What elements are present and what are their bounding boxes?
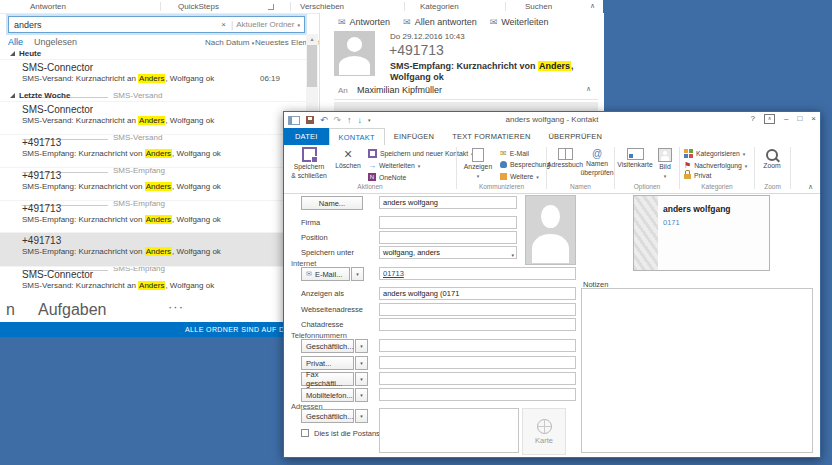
postanschrift-checkbox[interactable] bbox=[301, 429, 309, 437]
email-button[interactable]: ✉ E-Mail bbox=[500, 149, 529, 158]
tab-einfuegen[interactable]: EINFÜGEN bbox=[385, 128, 443, 145]
tel-fax-input[interactable] bbox=[379, 372, 576, 385]
tel-geschaeftlich-button[interactable]: Geschäftlich... bbox=[301, 339, 354, 353]
dropdown-arrow-icon[interactable]: ▾ bbox=[511, 250, 514, 260]
ribbon-display-options-icon[interactable]: ∧ bbox=[764, 114, 775, 124]
item-sender: SMS-Connector bbox=[22, 104, 306, 116]
group-header-today[interactable]: Heute bbox=[10, 49, 41, 58]
close-button[interactable]: × bbox=[811, 114, 816, 124]
search-input[interactable]: anders bbox=[9, 20, 216, 30]
search-scope-dropdown[interactable]: Aktueller Ordner bbox=[233, 20, 297, 29]
adresse-textarea[interactable] bbox=[379, 408, 519, 453]
besprechung-button[interactable]: Besprechung bbox=[500, 161, 550, 168]
maximize-button[interactable]: □ bbox=[797, 114, 802, 124]
namen-ueberpruefen-button[interactable]: @ Namenüberprüfen bbox=[581, 148, 613, 177]
list-item[interactable]: +491713 SMS-Empfang: Kurznachricht von A… bbox=[0, 167, 306, 200]
position-input[interactable] bbox=[379, 231, 517, 244]
nav-more-icon[interactable]: ··· bbox=[168, 299, 184, 314]
speichern-unter-select[interactable]: wolfgang, anders ▾ bbox=[379, 246, 517, 259]
business-card-preview[interactable]: anders wolfgang 0171 bbox=[633, 195, 770, 271]
weitere-button[interactable]: Weitere▾ bbox=[500, 173, 539, 180]
tel-fax-button[interactable]: Fax geschäftl... bbox=[301, 372, 354, 386]
recipient-name[interactable]: Maximilian Kipfmüller bbox=[357, 85, 442, 95]
save-close-button[interactable]: Speichern& schließen bbox=[288, 147, 330, 180]
list-item[interactable]: SMS-Connector SMS-Versand: Kurznachricht… bbox=[0, 101, 306, 134]
email-field-arrow[interactable]: ▾ bbox=[351, 267, 364, 281]
clear-search-icon[interactable]: × bbox=[216, 20, 231, 29]
tel-fax-arrow[interactable]: ▾ bbox=[355, 372, 368, 386]
adressbuch-button[interactable]: Adressbuch bbox=[549, 148, 581, 169]
message-sender[interactable]: +491713 bbox=[389, 42, 444, 58]
forward-button[interactable]: ✉Weiterleiten bbox=[490, 17, 549, 27]
tab-ueberpruefen[interactable]: ÜBERPRÜFEN bbox=[540, 128, 612, 145]
tel-privat-button[interactable]: Privat... bbox=[301, 356, 354, 370]
collapse-header-icon[interactable]: ∧ bbox=[586, 85, 591, 93]
anzeigen-als-input[interactable]: anders wolfgang (0171 bbox=[379, 287, 576, 300]
email-input[interactable]: 01713 bbox=[379, 267, 576, 280]
quicksteps-dialog-launcher-icon[interactable] bbox=[268, 4, 274, 10]
tab-datei[interactable]: DATEI bbox=[284, 128, 329, 145]
contact-photo[interactable] bbox=[525, 195, 576, 265]
privat-button[interactable]: Privat bbox=[684, 171, 711, 179]
nav-item-tasks[interactable]: Aufgaben bbox=[38, 301, 107, 319]
tel-privat-input[interactable] bbox=[379, 356, 576, 369]
tab-text-formatieren[interactable]: TEXT FORMATIEREN bbox=[443, 128, 539, 145]
bild-button[interactable]: Bild▾ bbox=[654, 148, 676, 180]
save-new-contact-button[interactable]: Speichern und neuer Kontakt▾ bbox=[368, 149, 474, 158]
adresse-geschaeftlich-arrow[interactable]: ▾ bbox=[355, 409, 368, 423]
group-header-last-week[interactable]: Letzte Woche bbox=[10, 91, 70, 100]
globe-icon bbox=[537, 419, 552, 434]
minimize-button[interactable]: – bbox=[784, 114, 788, 124]
collapse-ribbon-icon[interactable]: ∧ bbox=[590, 2, 595, 10]
filter-unread[interactable]: Ungelesen bbox=[34, 37, 77, 47]
tel-mobil-arrow[interactable]: ▾ bbox=[355, 388, 368, 402]
list-item[interactable]: SMS-Connector SMS-Versand: Kurznachricht… bbox=[0, 59, 306, 92]
reply-all-icon: ✉ bbox=[403, 17, 411, 27]
kategorisieren-button[interactable]: Kategorisieren▾ bbox=[684, 149, 745, 158]
anzeigen-button[interactable]: Anzeigen▾ bbox=[461, 148, 495, 180]
reply-button[interactable]: ✉Antworten bbox=[338, 17, 390, 27]
list-item[interactable]: +491713 SMS-Empfang: Kurznachricht von A… bbox=[0, 134, 306, 167]
tab-kontakt[interactable]: KONTAKT bbox=[329, 128, 385, 146]
item-sender: SMS-Connector bbox=[22, 62, 306, 74]
delete-button[interactable]: × Löschen bbox=[332, 148, 364, 170]
nav-item-partial[interactable]: n bbox=[6, 301, 15, 319]
karte-button[interactable]: Karte bbox=[522, 408, 566, 455]
notizen-textarea[interactable] bbox=[581, 288, 813, 453]
webseite-input[interactable] bbox=[379, 303, 576, 316]
scrollbar-thumb[interactable] bbox=[307, 45, 317, 87]
name-input[interactable]: anders wolfgang bbox=[379, 196, 517, 209]
email-field-button[interactable]: ✉ E-Mail... bbox=[301, 267, 350, 281]
search-highlight: Anders bbox=[145, 182, 172, 191]
tel-privat-arrow[interactable]: ▾ bbox=[355, 356, 368, 370]
scroll-up-icon[interactable]: ▴ bbox=[306, 34, 318, 44]
sort-by-dropdown[interactable]: Nach Datum ▾ bbox=[205, 38, 254, 47]
reply-all-button[interactable]: ✉Allen antworten bbox=[403, 17, 477, 27]
filter-all[interactable]: Alle bbox=[8, 37, 23, 47]
onenote-button[interactable]: N OneNote bbox=[368, 173, 406, 181]
tel-mobil-input[interactable] bbox=[379, 388, 576, 401]
tel-geschaeftlich-input[interactable] bbox=[379, 339, 576, 352]
name-button[interactable]: Name... bbox=[301, 196, 363, 210]
message-subject: SMS-Empfang: Kurznachricht von Anders, W… bbox=[390, 61, 595, 83]
tel-mobil-button[interactable]: Mobiltelefon... bbox=[301, 388, 354, 402]
list-item[interactable]: SMS-Connector SMS-Versand: Kurznachricht… bbox=[0, 266, 306, 299]
nachverfolgung-button[interactable]: ⚑ Nachverfolgung▾ bbox=[684, 161, 747, 170]
search-highlight: Anders bbox=[145, 149, 172, 158]
help-button[interactable]: ? bbox=[751, 114, 755, 124]
visitenkarte-button[interactable]: Visitenkarte bbox=[617, 148, 653, 169]
window-title: anders wolfgang - Kontakt bbox=[284, 115, 820, 124]
anzeigen-als-label: Anzeigen als bbox=[301, 289, 344, 298]
list-item[interactable]: +491713 SMS-Empfang: Kurznachricht von A… bbox=[0, 200, 306, 233]
search-box[interactable]: anders × | Aktueller Ordner ▾ bbox=[8, 16, 305, 33]
adresse-geschaeftlich-button[interactable]: Geschäftlich... bbox=[301, 409, 354, 423]
forward-contact-button[interactable]: → Weiterleiten▾ bbox=[368, 161, 420, 170]
search-scope-arrow-icon[interactable]: ▾ bbox=[297, 22, 304, 28]
zoom-button[interactable]: Zoom bbox=[758, 149, 786, 170]
firma-input[interactable] bbox=[379, 216, 517, 229]
tel-geschaeftlich-arrow[interactable]: ▾ bbox=[355, 339, 368, 353]
list-item-selected[interactable]: +491713 SMS-Empfang: Kurznachricht von A… bbox=[0, 232, 306, 266]
collapse-ribbon-icon[interactable]: ∧ bbox=[808, 183, 813, 191]
chatadresse-input[interactable] bbox=[379, 318, 576, 331]
sender-avatar bbox=[334, 31, 375, 76]
